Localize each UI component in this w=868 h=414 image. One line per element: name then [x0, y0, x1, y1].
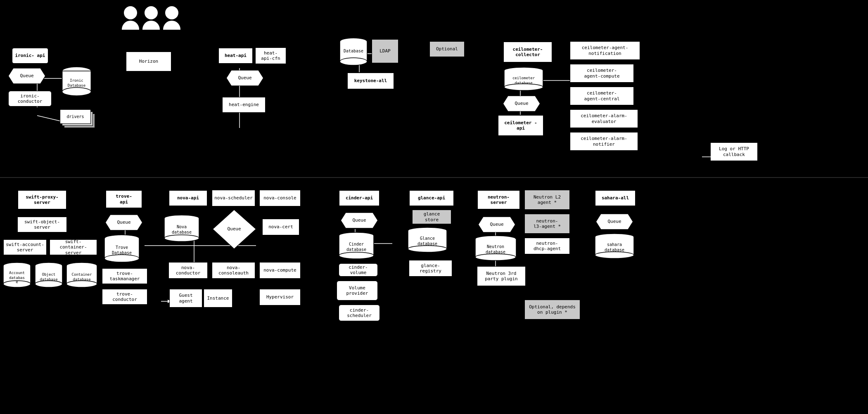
- swift-proxy-server-box: swift-proxy-server: [17, 190, 67, 210]
- queue-sahara: Queue: [596, 214, 633, 229]
- svg-text:database: database: [172, 230, 192, 234]
- svg-text:Neutron: Neutron: [487, 244, 504, 249]
- swift-object-server-box: swift-object-server: [17, 217, 67, 232]
- svg-point-35: [340, 58, 367, 65]
- nova-scheduler-box: nova-scheduler: [212, 190, 255, 206]
- optional-box: Optional: [429, 41, 465, 57]
- horizon-label: Horizon: [139, 59, 158, 64]
- neutron-dhcp-agent-label: neutron-dhcp-agent: [534, 241, 561, 251]
- guest-agent-label: Guestagent: [179, 293, 192, 303]
- swift-object-server-label: swift-object-server: [24, 219, 60, 230]
- guest-agent-box: Guestagent: [169, 289, 202, 308]
- queue-trove: Queue: [105, 215, 142, 230]
- ceilometer-collector-box: ceilometer- collector: [503, 41, 553, 63]
- glance-api-box: glance-api: [409, 190, 454, 206]
- glance-registry-label: glance-registry: [420, 263, 441, 274]
- neutron-3rd-party-label: Neutron 3rdparty plugin: [485, 271, 517, 282]
- svg-text:Database: Database: [112, 251, 132, 255]
- ceilometer-db-cylinder: ceilometer database: [503, 67, 544, 93]
- cinder-scheduler-box: cinder-scheduler: [339, 305, 380, 321]
- svg-point-94: [339, 252, 374, 259]
- nova-console-label: nova-console: [263, 195, 296, 201]
- svg-point-119: [595, 252, 634, 258]
- svg-text:Queue: Queue: [352, 218, 366, 223]
- trove-conductor-box: trove-conductor: [102, 289, 147, 305]
- neutron-db-cylinder: Neutron database: [474, 235, 517, 263]
- horizon-box: Horizon: [126, 52, 171, 71]
- ironic-database-cylinder: Ironic Database: [61, 66, 92, 98]
- nova-conductor-label: nova-conductor: [176, 265, 201, 276]
- svg-text:Container: Container: [72, 272, 92, 277]
- trove-api-label: trove-api: [116, 194, 132, 204]
- diagram: ironic- api Queue Ironic Database ironic…: [0, 0, 868, 414]
- neutron-l3-agent-label: neutron-l3-agent *: [534, 218, 561, 229]
- svg-text:Queue: Queue: [490, 222, 503, 227]
- ceilometer-alarm-evaluator-box: ceilometer-alarm-evaluator: [570, 109, 638, 128]
- glance-registry-box: glance-registry: [409, 260, 452, 277]
- ceilometer-agent-compute-box: ceilometer-agent-compute: [570, 64, 634, 83]
- queue-heat: Queue: [226, 70, 263, 86]
- optional-neutron-box: Optional, dependson plugin *: [524, 300, 580, 319]
- nova-consoleauth-label: nova-consoleauth: [218, 265, 249, 276]
- svg-text:database: database: [486, 250, 505, 254]
- instance-box: Instance: [204, 289, 232, 308]
- ldap-box: LDAP: [372, 39, 398, 63]
- swift-account-server-label: swift-account-server: [6, 242, 44, 253]
- keystone-all-label: keystone-all: [354, 78, 387, 83]
- nova-api-label: nova-api: [177, 195, 199, 201]
- ceilometer-agent-notification-label: ceilometer-agent-notification: [582, 45, 628, 56]
- svg-text:database: database: [605, 248, 624, 252]
- svg-text:Database: Database: [68, 83, 85, 88]
- svg-point-59: [35, 281, 62, 287]
- svg-text:ceilometer: ceilometer: [512, 76, 535, 80]
- glance-api-label: glance-api: [418, 195, 445, 201]
- queue-nova-diamond: Queue: [213, 210, 256, 249]
- instance-label: Instance: [207, 296, 229, 301]
- log-callback-label: Log or HTTPcallback: [719, 146, 749, 157]
- ceilometer-collector-label: ceilometer- collector: [506, 47, 550, 57]
- trove-api-box: trove-api: [105, 190, 142, 208]
- users-group: [122, 6, 180, 30]
- svg-text:database: database: [515, 81, 532, 85]
- heat-api-box: heat-api: [218, 47, 253, 64]
- heat-engine-label: heat-engine: [229, 102, 259, 107]
- svg-point-110: [475, 254, 516, 260]
- svg-text:Ironic: Ironic: [70, 78, 83, 83]
- svg-text:e: e: [16, 280, 18, 284]
- cinder-api-box: cinder-api: [339, 190, 380, 206]
- ceilometer-agent-central-box: ceilometer-agent-central: [570, 87, 634, 105]
- queue-ironic: Queue: [8, 68, 45, 84]
- cinder-db-cylinder: Cinder database: [338, 232, 375, 261]
- svg-text:Trove: Trove: [116, 245, 128, 250]
- container-db-cylinder: Container database: [65, 262, 98, 290]
- ironic-conductor-box: ironic- conductor: [8, 91, 52, 106]
- optional-neutron-label: Optional, dependson plugin *: [529, 304, 576, 315]
- svg-text:Queue: Queue: [515, 101, 528, 106]
- swift-container-server-label: swift-container-server: [52, 239, 95, 255]
- trove-db-cylinder: Trove Database: [103, 234, 140, 265]
- neutron-3rd-party-box: Neutron 3rdparty plugin: [477, 266, 526, 286]
- svg-point-66: [66, 281, 97, 287]
- cinder-volume-label: cinder-volume: [341, 265, 375, 275]
- neutron-l2-agent-label: Neutron L2agent *: [534, 194, 561, 205]
- ceilometer-api-label: ceilometer -api: [500, 120, 541, 131]
- heat-api-label: heat-api: [225, 53, 247, 58]
- keystone-all-box: keystone-all: [347, 72, 394, 90]
- svg-text:Account: Account: [9, 271, 25, 275]
- heat-engine-box: heat-engine: [222, 97, 266, 113]
- glance-store-label: glancestore: [424, 211, 440, 222]
- sahara-all-box: sahara-all: [595, 190, 636, 206]
- nova-compute-label: nova-compute: [263, 267, 296, 273]
- ceilometer-agent-compute-label: ceilometer-agent-compute: [584, 68, 619, 78]
- volume-provider-box: Volumeprovider: [337, 281, 378, 300]
- queue-ceilometer: Queue: [503, 96, 540, 111]
- svg-point-101: [408, 246, 447, 252]
- person-1: [122, 6, 139, 30]
- svg-text:Queue: Queue: [607, 219, 621, 224]
- drivers-label: drivers: [66, 114, 84, 119]
- neutron-dhcp-agent-box: neutron-dhcp-agent: [524, 238, 570, 254]
- log-callback-arrow: [702, 153, 719, 161]
- volume-provider-label: Volumeprovider: [346, 285, 368, 296]
- nova-consoleauth-box: nova-consoleauth: [212, 262, 255, 279]
- nova-compute-box: nova-compute: [259, 262, 301, 279]
